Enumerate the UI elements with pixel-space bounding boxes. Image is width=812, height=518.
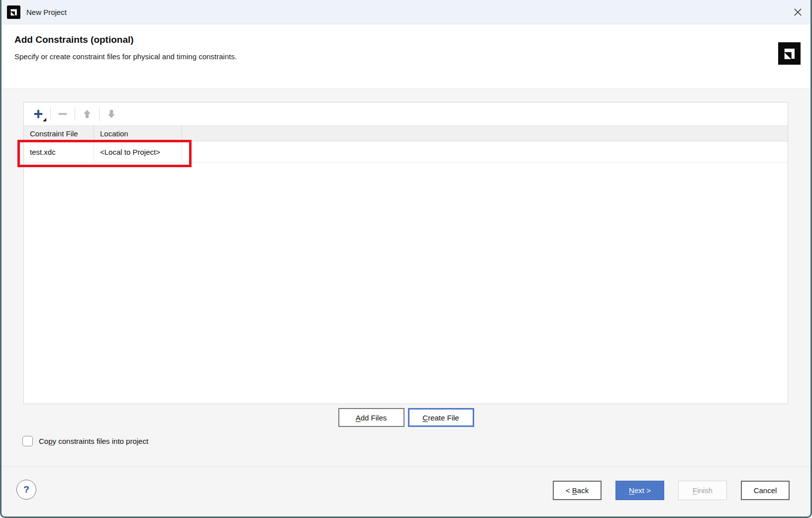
- help-button[interactable]: ?: [16, 480, 36, 500]
- move-up-button: [77, 104, 98, 123]
- table-row[interactable]: test.xdc <Local to Project>: [24, 141, 788, 163]
- column-header-location[interactable]: Location: [94, 126, 182, 141]
- amd-app-icon: [7, 5, 20, 19]
- wizard-nav-buttons: < Back Next > Finish Cancel: [553, 481, 790, 500]
- table-header-row: Constraint File Location: [24, 126, 788, 141]
- footer-divider: [1, 466, 811, 467]
- back-button[interactable]: < Back: [553, 481, 602, 500]
- finish-button: Finish: [678, 481, 727, 500]
- copy-constraints-row: Copy constraints files into project: [22, 436, 148, 446]
- remove-constraint-button: [52, 104, 73, 123]
- move-down-button: [101, 104, 122, 123]
- minus-icon: [57, 108, 69, 120]
- toolbar-divider: [99, 107, 100, 121]
- title-bar: New Project: [1, 0, 811, 24]
- window-title: New Project: [26, 8, 67, 16]
- cell-constraint-file: test.xdc: [24, 141, 94, 162]
- create-file-button[interactable]: Create File: [408, 408, 474, 427]
- copy-constraints-label: Copy constraints files into project: [39, 437, 148, 445]
- column-header-constraint-file[interactable]: Constraint File: [24, 126, 94, 141]
- file-action-buttons: Add Files Create File: [1, 408, 811, 427]
- add-constraint-button[interactable]: [28, 104, 49, 123]
- toolbar-divider: [75, 107, 75, 121]
- dropdown-caret-icon: [43, 118, 46, 121]
- constraints-toolbar: [24, 103, 788, 126]
- arrow-down-icon: [106, 108, 117, 119]
- copy-constraints-checkbox[interactable]: [22, 436, 33, 446]
- page-subtitle: Specify or create constraint files for p…: [14, 52, 237, 61]
- add-files-button[interactable]: Add Files: [338, 408, 405, 427]
- wizard-header: Add Constraints (optional) Specify or cr…: [1, 24, 811, 89]
- cell-location: <Local to Project>: [94, 141, 182, 162]
- page-title: Add Constraints (optional): [14, 34, 134, 45]
- new-project-dialog: New Project Add Constraints (optional) S…: [0, 0, 812, 518]
- cancel-button[interactable]: Cancel: [741, 481, 790, 500]
- close-icon[interactable]: [789, 3, 807, 21]
- amd-logo-icon: [778, 42, 801, 65]
- toolbar-divider: [50, 107, 51, 121]
- arrow-up-icon: [82, 108, 93, 119]
- constraints-panel: Constraint File Location test.xdc <Local…: [23, 102, 788, 404]
- next-button[interactable]: Next >: [615, 481, 664, 500]
